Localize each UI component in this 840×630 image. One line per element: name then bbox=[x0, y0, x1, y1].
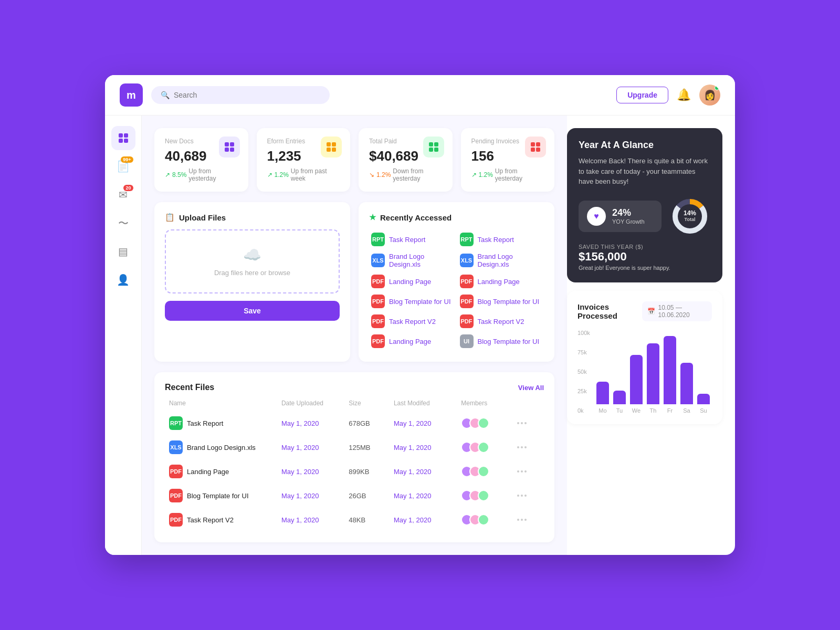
recent-item[interactable]: PDFLanding Page bbox=[458, 271, 544, 291]
table-col-header bbox=[517, 400, 540, 407]
app-window: m 🔍 Upgrade 🔔 👩 bbox=[105, 75, 735, 555]
content-area: New Docs 40,689 ↗ 8.5% Up from yesterday bbox=[142, 116, 567, 555]
header-right: Upgrade 🔔 👩 bbox=[616, 85, 720, 106]
svg-rect-0 bbox=[119, 133, 123, 138]
sidebar-item-documents[interactable]: 📄 99+ bbox=[111, 154, 135, 178]
recent-item[interactable]: UIBlog Template for UI bbox=[458, 331, 544, 351]
stat-icon-eform bbox=[321, 136, 342, 158]
documents-badge: 99+ bbox=[121, 156, 133, 163]
recent-item[interactable]: PDFBlog Template for UI bbox=[369, 291, 456, 311]
table-col-header: Date Uploaded bbox=[281, 400, 349, 407]
upgrade-button[interactable]: Upgrade bbox=[616, 87, 668, 103]
trend-arrow-1: ↗ bbox=[267, 171, 272, 178]
barchart-icon: ▤ bbox=[118, 245, 128, 258]
upload-title-icon: 📋 bbox=[165, 213, 175, 222]
row-menu-button[interactable] bbox=[517, 422, 540, 424]
recent-item[interactable]: PDFBlog Template for UI bbox=[458, 291, 544, 311]
recent-item[interactable]: PDFLanding Page bbox=[369, 271, 456, 291]
right-panel: Year At A Glance Welcome Back! There is … bbox=[567, 116, 735, 555]
svg-rect-10 bbox=[327, 148, 331, 152]
recent-col-right: RPTTask ReportXLSBrand Logo Design.xlsPD… bbox=[458, 229, 544, 351]
recent-item[interactable]: PDFLanding Page bbox=[369, 331, 456, 351]
sidebar-item-mail[interactable]: ✉ 20 bbox=[111, 183, 135, 207]
saved-label: SAVED THIS YEAR ($) bbox=[579, 244, 711, 250]
trend-pct-2: 1.2% bbox=[376, 171, 391, 178]
row-menu-button[interactable] bbox=[517, 519, 540, 521]
stat-trend-3: ↗ 1.2% Up from yesterday bbox=[471, 167, 544, 182]
recent-item[interactable]: XLSBrand Logo Design.xls bbox=[369, 249, 456, 271]
row-menu-button[interactable] bbox=[517, 495, 540, 497]
trend-text-0: Up from yesterday bbox=[188, 167, 237, 182]
stat-trend-1: ↗ 1.2% Up from past week bbox=[267, 167, 340, 182]
table-row[interactable]: XLSBrand Logo Design.xlsMay 1, 2020125MB… bbox=[165, 435, 544, 459]
yg-desc: Welcome Back! There is quite a bit of wo… bbox=[579, 156, 711, 187]
inv-header: Invoices Processed 📅 10.05 — 10.06.2020 bbox=[578, 301, 712, 321]
table-col-header: Last Modifed bbox=[394, 400, 461, 407]
row-menu-button[interactable] bbox=[517, 470, 540, 472]
search-bar[interactable]: 🔍 bbox=[151, 86, 330, 104]
y-axis-labels: 100k75k50k25k0k bbox=[578, 330, 594, 414]
recent-item[interactable]: PDFTask Report V2 bbox=[458, 311, 544, 331]
yoy-label: YOY Growth bbox=[612, 218, 645, 225]
svg-rect-16 bbox=[531, 142, 535, 146]
drop-text: Drag files here or browse bbox=[214, 269, 290, 277]
y-axis-label: 0k bbox=[578, 407, 590, 414]
bar-day-label: Tu bbox=[616, 407, 623, 414]
table-row[interactable]: PDFTask Report V2May 1, 202048KBMay 1, 2… bbox=[165, 508, 544, 532]
member-avatar bbox=[478, 442, 489, 453]
svg-rect-4 bbox=[225, 142, 229, 146]
trend-arrow-2: ↘ bbox=[369, 171, 374, 178]
table-col-header: Members bbox=[461, 400, 517, 407]
sidebar-item-dashboard[interactable] bbox=[111, 126, 135, 150]
view-all-button[interactable]: View All bbox=[518, 384, 544, 392]
recently-star-icon: ★ bbox=[369, 213, 376, 222]
yoy-box: ♥ 24% YOY Growth bbox=[579, 201, 662, 232]
recent-item[interactable]: RPTTask Report bbox=[458, 229, 544, 249]
logo: m bbox=[120, 83, 143, 107]
search-input[interactable] bbox=[174, 91, 320, 99]
sidebar-item-analytics[interactable]: 〜 bbox=[111, 211, 135, 235]
bell-icon[interactable]: 🔔 bbox=[677, 88, 691, 102]
drop-zone[interactable]: ☁️ Drag files here or browse bbox=[165, 229, 340, 293]
y-axis-label: 25k bbox=[578, 388, 590, 394]
search-icon: 🔍 bbox=[161, 91, 170, 99]
bar-day-label: Sa bbox=[683, 407, 690, 414]
user-icon: 👤 bbox=[117, 274, 130, 286]
member-avatar bbox=[478, 514, 489, 526]
files-header: Recent Files View All bbox=[165, 383, 544, 392]
table-header: NameDate UploadedSizeLast ModifedMembers bbox=[165, 400, 544, 411]
recent-item[interactable]: PDFTask Report V2 bbox=[369, 311, 456, 331]
bar-chart: MoTuWeThFrSaSu bbox=[594, 330, 712, 414]
bar-day-label: Mo bbox=[598, 407, 606, 414]
recent-item[interactable]: RPTTask Report bbox=[369, 229, 456, 249]
sidebar: 📄 99+ ✉ 20 〜 ▤ 👤 bbox=[105, 116, 142, 555]
trend-text-1: Up from past week bbox=[291, 167, 340, 182]
inv-title: Invoices Processed bbox=[578, 302, 642, 320]
table-row[interactable]: PDFLanding PageMay 1, 2020899KBMay 1, 20… bbox=[165, 459, 544, 484]
member-avatar bbox=[478, 417, 489, 429]
bar-column: Fr bbox=[664, 336, 676, 414]
trend-pct-0: 8.5% bbox=[172, 171, 186, 178]
member-avatar bbox=[478, 490, 489, 501]
sidebar-item-profile[interactable]: 👤 bbox=[111, 268, 135, 292]
stat-card-pending-invoices: Pending Invoices 156 ↗ 1.2% Up from yest… bbox=[461, 128, 555, 192]
recent-item[interactable]: XLSBrand Logo Design.xls bbox=[458, 249, 544, 271]
stat-trend-2: ↘ 1.2% Down from yesterday bbox=[369, 167, 442, 182]
recently-title: ★ Recently Accessed bbox=[369, 213, 544, 222]
donut-pct: 14% Total bbox=[684, 209, 696, 223]
table-col-header: Size bbox=[349, 400, 394, 407]
chart-wrapper: 100k75k50k25k0k MoTuWeThFrSaSu bbox=[578, 330, 712, 414]
sidebar-item-reports[interactable]: ▤ bbox=[111, 239, 135, 264]
table-row[interactable]: RPTTask ReportMay 1, 2020678GBMay 1, 202… bbox=[165, 411, 544, 435]
svg-rect-18 bbox=[531, 148, 535, 152]
files-title: Recent Files bbox=[165, 383, 214, 392]
upload-files-card: 📋 Upload Files ☁️ Drag files here or bro… bbox=[154, 202, 350, 362]
bar bbox=[613, 391, 626, 404]
table-row[interactable]: PDFBlog Template for UIMay 1, 202026GBMa… bbox=[165, 484, 544, 508]
invoices-chart-card: Invoices Processed 📅 10.05 — 10.06.2020 … bbox=[567, 291, 722, 424]
bar-column: Su bbox=[697, 394, 710, 414]
row-menu-button[interactable] bbox=[517, 446, 540, 448]
svg-rect-1 bbox=[124, 133, 128, 138]
trend-arrow-3: ↗ bbox=[471, 171, 477, 178]
save-button[interactable]: Save bbox=[165, 301, 340, 321]
